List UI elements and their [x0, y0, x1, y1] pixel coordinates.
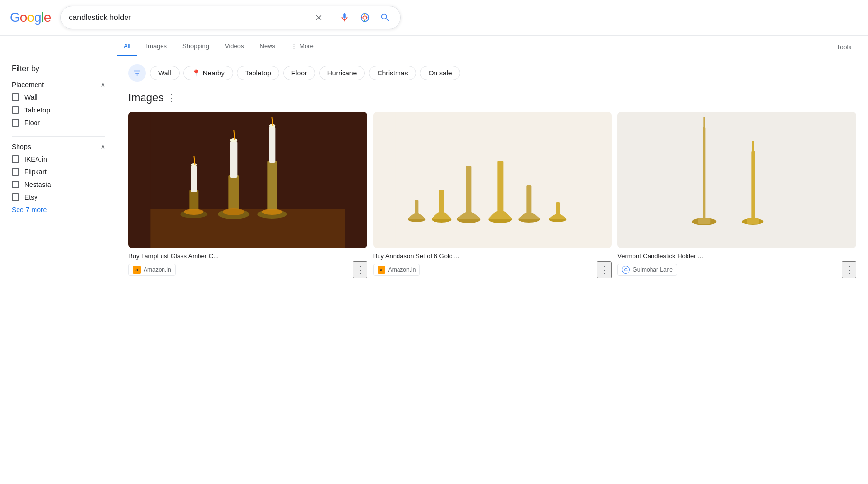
svg-point-29 — [262, 209, 282, 215]
flipkart-checkbox[interactable] — [12, 168, 19, 176]
chip-nearby[interactable]: 📍 Nearby — [183, 66, 233, 80]
image-grid: Buy LampLust Glass Amber C... a Amazon.i… — [128, 112, 856, 278]
placement-title: Placement — [12, 81, 44, 89]
svg-rect-14 — [191, 166, 197, 192]
search-divider — [331, 12, 331, 23]
sidebar-divider — [12, 136, 105, 137]
card-3-source: G Gulmohar Lane ⋮ — [617, 261, 856, 278]
tabletop-checkbox[interactable] — [12, 106, 19, 114]
search-button[interactable] — [378, 10, 393, 25]
svg-rect-46 — [698, 218, 711, 224]
etsy-label: Etsy — [24, 193, 37, 201]
header: Google — [0, 0, 868, 36]
svg-point-28 — [223, 208, 244, 215]
card-1-source-info[interactable]: a Amazon.in — [128, 264, 176, 276]
etsy-checkbox[interactable] — [12, 193, 19, 201]
filter-nestasia[interactable]: Nestasia — [12, 181, 105, 188]
placement-header[interactable]: Placement ∧ — [12, 81, 105, 89]
card-1-source-name: Amazon.in — [144, 266, 171, 273]
card-2-more-button[interactable]: ⋮ — [597, 261, 612, 278]
svg-rect-47 — [752, 151, 755, 219]
svg-rect-43 — [640, 112, 834, 248]
card-2-source-info[interactable]: a Amazon.in — [373, 264, 420, 276]
lens-search-button[interactable] — [358, 10, 372, 25]
search-input[interactable] — [69, 13, 307, 22]
chip-floor[interactable]: Floor — [283, 66, 315, 80]
nestasia-checkbox[interactable] — [12, 181, 19, 188]
card-3-source-info[interactable]: G Gulmohar Lane — [617, 264, 677, 276]
svg-rect-24 — [269, 127, 275, 163]
filter-by-label: Filter by — [12, 64, 105, 73]
chip-christmas[interactable]: Christmas — [369, 66, 416, 80]
svg-rect-44 — [703, 127, 706, 219]
tools-button[interactable]: Tools — [830, 38, 858, 56]
shops-section: Shops ∧ IKEA.in Flipkart Nestasia Etsy S… — [12, 143, 105, 214]
images-more-icon[interactable]: ⋮ — [167, 93, 176, 103]
location-icon: 📍 — [192, 69, 200, 77]
voice-search-button[interactable] — [337, 10, 352, 25]
image-card-3[interactable]: Vermont Candlestick Holder ... G Gulmoha… — [617, 112, 856, 278]
filter-icon-button[interactable] — [128, 64, 146, 82]
card-2-title: Buy Anndason Set of 6 Gold ... — [373, 252, 612, 260]
tab-news[interactable]: News — [253, 37, 283, 56]
chip-tabletop[interactable]: Tabletop — [237, 66, 279, 80]
filter-tabletop[interactable]: Tabletop — [12, 106, 105, 114]
g-logo-icon: G — [622, 266, 630, 274]
tab-all[interactable]: All — [117, 37, 137, 56]
image-card-2[interactable]: Buy Anndason Set of 6 Gold ... a Amazon.… — [373, 112, 612, 278]
placement-section: Placement ∧ Wall Tabletop Floor — [12, 81, 105, 127]
floor-label: Floor — [24, 119, 40, 127]
card-2-source-name: Amazon.in — [388, 266, 416, 273]
clear-button[interactable] — [312, 11, 325, 24]
filter-flipkart[interactable]: Flipkart — [12, 168, 105, 176]
tab-images[interactable]: Images — [139, 37, 174, 56]
shops-chevron-icon: ∧ — [101, 143, 105, 150]
search-icons — [312, 10, 393, 25]
floor-checkbox[interactable] — [12, 119, 19, 127]
svg-rect-19 — [230, 141, 237, 178]
shops-header[interactable]: Shops ∧ — [12, 143, 105, 150]
filter-ikea[interactable]: IKEA.in — [12, 155, 105, 163]
filter-floor[interactable]: Floor — [12, 119, 105, 127]
card-3-more-button[interactable]: ⋮ — [842, 261, 856, 278]
tab-videos[interactable]: Videos — [218, 37, 251, 56]
svg-point-15 — [191, 163, 197, 166]
svg-rect-37 — [497, 161, 503, 219]
image-card-1[interactable]: Buy LampLust Glass Amber C... a Amazon.i… — [128, 112, 367, 278]
tab-shopping[interactable]: Shopping — [176, 37, 216, 56]
svg-point-25 — [269, 124, 275, 128]
content-area: Wall 📍 Nearby Tabletop Floor Hurricane C… — [117, 64, 868, 286]
images-section-header: Images ⋮ — [128, 92, 856, 104]
search-bar — [60, 6, 401, 29]
filter-etsy[interactable]: Etsy — [12, 193, 105, 201]
amazon-logo-icon: a — [133, 266, 141, 274]
nav-tabs: All Images Shopping Videos News ⋮ More T… — [0, 36, 868, 56]
flipkart-label: Flipkart — [24, 168, 47, 176]
nestasia-label: Nestasia — [24, 181, 51, 188]
main-layout: Filter by Placement ∧ Wall Tabletop Floo… — [0, 56, 868, 286]
see-more-button[interactable]: See 7 more — [12, 206, 105, 214]
tabletop-label: Tabletop — [24, 106, 50, 114]
wall-label: Wall — [24, 93, 37, 101]
chip-wall[interactable]: Wall — [150, 66, 180, 80]
svg-rect-35 — [466, 166, 471, 219]
placement-chevron-icon: ∧ — [101, 81, 105, 88]
svg-rect-30 — [395, 112, 590, 248]
more-dots-icon: ⋮ — [291, 42, 297, 50]
card-2-source: a Amazon.in ⋮ — [373, 261, 612, 278]
card-1-more-button[interactable]: ⋮ — [353, 261, 367, 278]
chip-on-sale[interactable]: On sale — [420, 66, 460, 80]
amazon-logo-2-icon: a — [378, 266, 385, 274]
chip-hurricane[interactable]: Hurricane — [319, 66, 365, 80]
filter-chips-row: Wall 📍 Nearby Tabletop Floor Hurricane C… — [128, 64, 856, 82]
card-3-source-name: Gulmohar Lane — [633, 266, 673, 273]
shops-title: Shops — [12, 143, 31, 150]
ikea-label: IKEA.in — [24, 155, 47, 163]
google-logo[interactable]: Google — [10, 10, 51, 25]
svg-point-27 — [184, 209, 203, 215]
svg-point-2 — [363, 16, 367, 19]
tab-more[interactable]: ⋮ More — [284, 37, 321, 56]
wall-checkbox[interactable] — [12, 93, 19, 101]
filter-wall[interactable]: Wall — [12, 93, 105, 101]
ikea-checkbox[interactable] — [12, 155, 19, 163]
